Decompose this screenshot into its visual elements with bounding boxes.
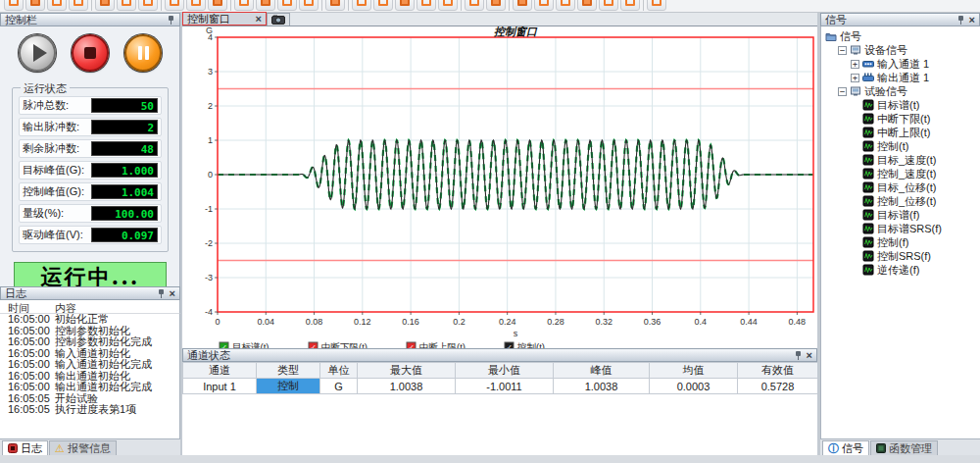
collapse-icon[interactable]: − [838,46,847,55]
device-icon [850,85,861,97]
x-tick-label: 0 [215,317,220,327]
channel-col-最大值: 最大值 [358,363,456,379]
toolbar-button-fit-vertical[interactable] [534,0,554,11]
legend-item-控制(t)[interactable]: ✓控制(t) [505,341,545,348]
signal-panel-header[interactable]: 信号 × [820,13,980,26]
pin-icon[interactable] [957,16,965,25]
tree-item-目标谱(f)[interactable]: 目标谱(f) [821,208,980,222]
toolbar-button-wave-peak[interactable] [647,0,666,11]
tree-item-逆传递(f)[interactable]: 逆传递(f) [821,263,980,277]
field-label: 脉冲总数: [23,98,91,113]
log-row: 16:05:00输出通道初始化完成 [8,382,179,393]
toolbar-button-signal-L1[interactable] [234,0,254,11]
channel-cell: 控制 [257,379,320,394]
tree-item-目标_速度(t)[interactable]: 目标_速度(t) [821,153,980,167]
legend-item-目标谱(t)[interactable]: ✓目标谱(t) [220,341,269,348]
pin-icon[interactable] [168,16,175,25]
y-tick-label: -3 [205,273,213,283]
toolbar-button-zoom-out[interactable] [599,0,618,11]
tree-item-控制_位移(t)[interactable]: 控制_位移(t) [821,194,980,208]
field-value-display: 1.004 [91,184,158,199]
channel-row[interactable]: Input 1控制G1.0038-1.00111.00380.00030.572… [183,379,818,394]
toolbar-button-signal-L2[interactable] [256,0,275,11]
y-tick-label: 0 [208,170,213,180]
expand-icon[interactable]: + [851,74,859,82]
toolbar-button-tape-1[interactable] [465,0,484,11]
signal-tab-函数管理[interactable]: 函数管理 [870,440,938,455]
new-file-icon [9,0,19,6]
start-button[interactable] [19,34,56,72]
legend-item-中断上限(t)[interactable]: ✓中断上限(t) [407,341,466,348]
tree-item-控制SRS(f)[interactable]: 控制SRS(f) [821,249,980,263]
tree-item-中断下限(t)[interactable]: 中断下限(t) [821,112,980,126]
right-splitter[interactable] [817,13,820,463]
stop-button[interactable] [72,34,109,72]
tab-snapshot[interactable] [267,13,290,26]
close-icon[interactable]: × [807,350,812,360]
toolbar-button-signal-L3[interactable] [277,0,297,11]
left-splitter[interactable] [180,13,182,463]
tree-item-试验信号[interactable]: −试验信号 [821,84,980,98]
chart-view-1-icon [421,0,431,6]
tree-item-目标谱(t)[interactable]: 目标谱(t) [821,98,980,112]
toolbar-button-refresh[interactable] [620,0,640,11]
pin-icon[interactable] [795,351,803,360]
toolbar-button-zoom-in[interactable] [577,0,597,11]
toolbar-button-layout-grid-2[interactable] [373,0,393,11]
close-icon[interactable]: × [170,288,175,298]
tree-label: 目标_速度(t) [877,153,937,168]
expand-icon[interactable]: + [851,60,859,69]
zoom-in-icon [582,0,592,6]
signal-tab-信号[interactable]: ⓘ信号 [822,440,869,455]
toolbar-button-fit-horizontal[interactable] [513,0,532,11]
tree-item-中断上限(t)[interactable]: 中断上限(t) [821,126,980,139]
toolbar-button-globe[interactable] [299,0,318,11]
toolbar-button-open-file[interactable] [25,0,45,11]
signal-L3-icon [282,0,292,6]
log-tab-日志[interactable]: 日志 [2,440,48,455]
close-icon[interactable]: × [256,14,262,24]
toolbar-button-import[interactable] [95,0,115,11]
pause-button[interactable] [124,34,162,72]
toolbar-button-save-all[interactable] [69,0,88,11]
field-value-display: 1.000 [91,163,158,178]
tree-label: 输出通道 1 [877,71,929,85]
toolbar-button-settings[interactable] [138,0,158,11]
tab-control-window[interactable]: 控制窗口 × [182,12,267,26]
tree-item-控制(f)[interactable]: 控制(f) [821,235,980,249]
y-tick-label: -4 [205,307,213,317]
channel-cell: 0.5728 [738,379,818,394]
tree-item-目标_位移(t)[interactable]: 目标_位移(t) [821,180,980,194]
close-icon[interactable]: × [969,15,975,25]
tree-item-信号[interactable]: 信号 [821,29,980,43]
tree-item-输入通道 1[interactable]: +输入通道 1 [821,57,980,71]
control-panel-header[interactable]: 控制栏 [0,13,180,26]
toolbar-button-clock[interactable] [208,0,227,11]
toolbar-button-chart-view-2[interactable] [438,0,458,11]
toolbar-button-new-file[interactable] [4,0,24,11]
log-panel-header[interactable]: 日志 × [0,286,180,300]
toolbar-button-favorite[interactable] [165,0,184,11]
legend-item-中断下限(t)[interactable]: ✓中断下限(t) [309,341,368,348]
tree-item-控制_速度(t)[interactable]: 控制_速度(t) [821,167,980,180]
log-tab-报警信息[interactable]: ⚠报警信息 [49,440,117,455]
toolbar-button-chart-view-1[interactable] [416,0,436,11]
tape-2-icon [491,0,501,6]
toolbar-button-print[interactable] [117,0,136,11]
toolbar-button-wav-record[interactable] [325,0,345,11]
toolbar-button-save-file[interactable] [47,0,67,11]
tree-item-输出通道 1[interactable]: +输出通道 1 [821,71,980,84]
waveform-plot[interactable]: 控制窗口G43210-1-2-3-400.040.080.120.160.20.… [182,26,817,348]
toolbar-button-layout-grid-1[interactable] [352,0,371,11]
field-value-display: 2 [91,120,158,134]
tree-item-目标谱SRS(f)[interactable]: 目标谱SRS(f) [821,222,980,235]
tree-item-设备信号[interactable]: −设备信号 [821,43,980,57]
pin-icon[interactable] [158,289,166,298]
toolbar-button-pie-chart[interactable] [186,0,206,11]
tree-item-控制(t)[interactable]: 控制(t) [821,139,980,153]
toolbar-button-tape-2[interactable] [486,0,506,11]
collapse-icon[interactable]: − [838,87,847,96]
toolbar-button-layout-grid-3[interactable] [395,0,415,11]
toolbar-button-pan[interactable] [556,0,575,11]
channel-status-header[interactable]: 通道状态 × [182,348,817,362]
